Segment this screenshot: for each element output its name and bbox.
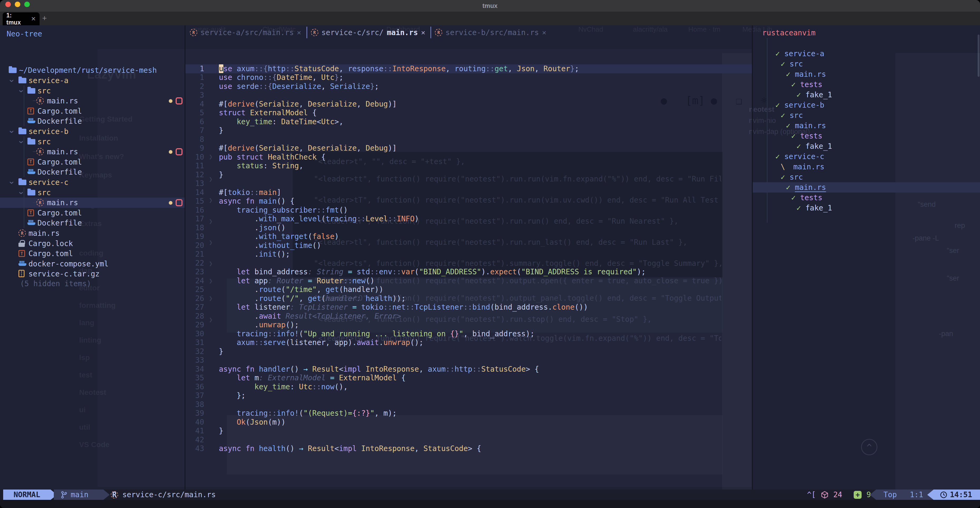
neotree-item-Cargo.lock[interactable]: Cargo.lock [0, 239, 185, 249]
code-line: pub struct HealthCheck { [219, 153, 326, 161]
folder-icon [9, 67, 17, 73]
gutter-line-number: 33 [188, 356, 204, 365]
code-line: .with_target(false) [219, 232, 339, 241]
gutter-line-number: 42 [188, 435, 204, 444]
neotest-item-tests[interactable]: ✓tests [752, 131, 980, 141]
neotest-item-fake_1[interactable]: ✓fake_1 [752, 203, 980, 213]
ghost-fold-chevron: ❯ [209, 153, 213, 160]
neotree-item-main.rs[interactable]: Rmain.rs [0, 147, 185, 157]
neotest-item-tests[interactable]: ✓tests [752, 80, 980, 90]
neotree-item-label: main.rs [47, 147, 78, 156]
neotree-item-Dockerfile[interactable]: Dockerfile [0, 167, 185, 177]
terminal-window: tmux 1: tmux ✕ + user-auditCloudWatcDash… [0, 0, 980, 508]
neotree-item-service-c[interactable]: ❯service-c [0, 177, 185, 188]
screenshot-stage: tmux 1: tmux ✕ + user-auditCloudWatcDash… [0, 0, 980, 508]
rust-icon: R [19, 229, 26, 237]
gutter-line-number: 25 [188, 285, 204, 294]
tab-close-icon[interactable]: ✕ [542, 29, 546, 37]
code-line: axum::serve(listener, app).await.unwrap(… [219, 338, 423, 347]
git-status-icon [176, 148, 183, 155]
chevron-down-icon[interactable]: ❯ [9, 181, 14, 185]
neotree-item-Dockerfile[interactable]: Dockerfile [0, 116, 185, 126]
chevron-down-icon[interactable]: ❯ [19, 89, 24, 92]
gutter-line-number: 32 [188, 347, 204, 356]
neotree-item-src[interactable]: ❯src [0, 86, 185, 96]
neotree-item-docker-compose.yml[interactable]: docker-compose.yml [0, 259, 185, 269]
neotree-item-main.rs[interactable]: Rmain.rs [0, 96, 185, 106]
code-line: let listener: TcpListener = tokio::net::… [219, 303, 588, 312]
tab-close-icon[interactable]: ✕ [297, 29, 301, 37]
gutter-line-number: 30 [188, 330, 204, 338]
neotest-item-src[interactable]: ✓src [752, 110, 980, 121]
neotree-root-row[interactable]: ~/Development/rust/service-mesh [0, 65, 185, 75]
neotest-item-main.rs[interactable]: ✓main.rs [752, 69, 980, 80]
tmux-tab-close-icon[interactable]: ✕ [31, 16, 36, 22]
neotree-item-Cargo.toml[interactable]: TCargo.toml [0, 248, 185, 259]
tab-service-a-src-main.rs[interactable]: Rservice-a/src/main.rs✕ [186, 26, 307, 39]
tmux-tab[interactable]: 1: tmux ✕ [3, 13, 40, 25]
neotest-item-main.rs[interactable]: ✓main.rs [752, 182, 980, 193]
gutter-line-number: 4 [188, 100, 204, 108]
neotree-item-service-b[interactable]: ❯service-b [0, 126, 185, 137]
chevron-down-icon[interactable]: ❯ [9, 130, 14, 134]
neotree-item-Cargo.toml[interactable]: TCargo.toml [0, 208, 185, 218]
neotest-item-service-a[interactable]: ✓service-a [752, 49, 980, 59]
gutter-line-number: 40 [188, 418, 204, 427]
rust-file-icon: R [311, 29, 318, 36]
tab-close-icon[interactable]: ✕ [421, 29, 425, 37]
code-line: async fn handler() → Result<impl IntoRes… [219, 365, 539, 373]
chevron-down-icon[interactable]: ❯ [9, 79, 14, 83]
neotree-item-service-a[interactable]: ❯service-a [0, 75, 185, 86]
neotest-item-fake_1[interactable]: ✓fake_1 [752, 141, 980, 151]
neotest-item-src[interactable]: ✓src [752, 59, 980, 69]
new-tab-button[interactable]: + [42, 14, 47, 23]
code-line: let m: ExternalModel = ExternalModel { [219, 373, 406, 382]
ghost-fold-chevron: ❯ [209, 175, 213, 183]
neotree-item-src[interactable]: ❯src [0, 188, 185, 198]
neotree-item-Cargo.toml[interactable]: TCargo.toml [0, 106, 185, 116]
gutter-line-number: 21 [188, 250, 204, 258]
mode-label: NORMAL [13, 490, 40, 499]
neotest-item-service-b[interactable]: ✓service-b [752, 100, 980, 110]
neotree-item-label: Cargo.toml [37, 107, 82, 116]
neotest-item-main.rs[interactable]: ✓main.rs [752, 121, 980, 131]
neotree-item-main.rs[interactable]: Rmain.rs [0, 197, 185, 208]
neotree-item-main.rs[interactable]: Rmain.rs [0, 228, 185, 239]
neotest-item-label: main.rs [795, 183, 826, 192]
window-separator[interactable] [185, 25, 185, 489]
chevron-down-icon[interactable]: ❯ [19, 140, 24, 143]
neotest-item-label: src [789, 60, 803, 68]
tab-service-c-src-main.rs[interactable]: Rservice-c/src/main.rs✕ [307, 26, 431, 39]
neotree-item-service-c.tar.gz[interactable]: service-c.tar.gz [0, 269, 185, 279]
neotest-item-label: main.rs [793, 162, 824, 171]
neotree-item-Cargo.toml[interactable]: TCargo.toml [0, 157, 185, 167]
neotest-item-label: fake_1 [805, 91, 832, 99]
gutter-line-number: 39 [188, 409, 204, 417]
code-line: .without_time() [219, 241, 321, 250]
neotree-item-Dockerfile[interactable]: Dockerfile [0, 218, 185, 228]
code-line: .await Result<TcpListener, Error> [219, 312, 401, 320]
gutter-line-number: 8 [188, 135, 204, 144]
neotest-item-main.rs[interactable]: \main.rs [752, 162, 980, 172]
gutter-line-number: 38 [188, 400, 204, 409]
neotest-item-src[interactable]: ✓src [752, 172, 980, 182]
neotree-root-path: ~/Development/rust/service-mesh [19, 66, 157, 75]
neotest-item-fake_1[interactable]: ✓fake_1 [752, 90, 980, 100]
test-passed-icon: ✓ [786, 121, 791, 130]
code-line: } [219, 347, 223, 356]
neotest-item-label: tests [800, 193, 822, 202]
test-passed-icon: ✓ [775, 101, 780, 110]
neotree-item-label: Cargo.toml [29, 249, 73, 258]
neotree-item-src[interactable]: ❯src [0, 137, 185, 147]
tab-service-b-src-main.rs[interactable]: Rservice-b/src/main.rs✕ [431, 26, 552, 39]
code-line: struct ExternalModel { [219, 108, 317, 117]
gutter-line-number: 1 [188, 64, 204, 73]
neotest-item-tests[interactable]: ✓tests [752, 193, 980, 203]
ghost-social-icon: [m] [686, 94, 705, 107]
modified-dot-icon [169, 201, 172, 205]
modified-dot-icon [169, 99, 172, 103]
chevron-down-icon[interactable]: ❯ [19, 191, 24, 194]
gutter-line-number: 11 [188, 161, 204, 170]
neotest-item-service-c[interactable]: ✓service-c [752, 151, 980, 162]
gutter-line-number: 3 [188, 91, 204, 99]
